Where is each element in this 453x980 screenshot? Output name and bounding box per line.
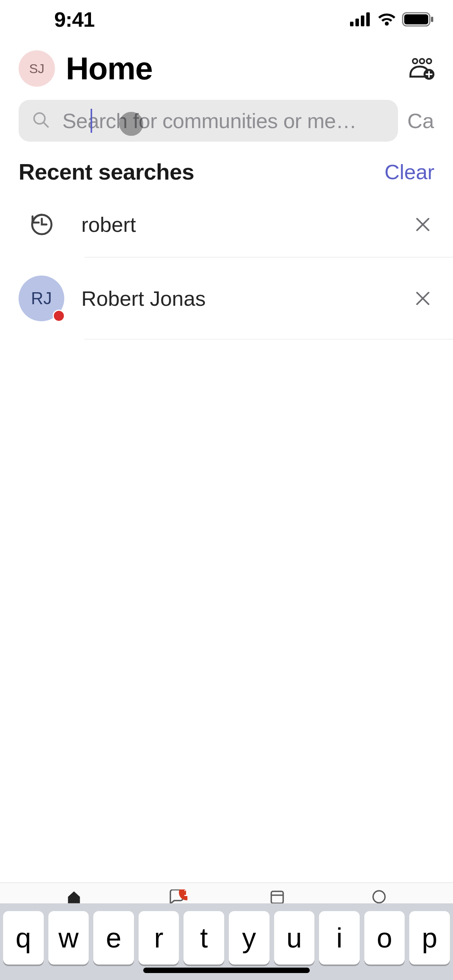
search-row: Search for communities or me… Cancel bbox=[0, 94, 453, 149]
text-caret bbox=[91, 109, 92, 133]
close-icon bbox=[415, 291, 431, 306]
status-bar: 9:41 bbox=[0, 0, 453, 39]
cellular-signal-icon bbox=[350, 12, 372, 26]
person-avatar: RJ bbox=[19, 276, 64, 321]
svg-rect-6 bbox=[431, 17, 433, 22]
recent-search-person[interactable]: RJ Robert Jonas bbox=[19, 257, 453, 339]
remove-recent-button[interactable] bbox=[411, 213, 434, 236]
calendar-icon bbox=[266, 889, 289, 905]
svg-line-12 bbox=[44, 123, 48, 127]
close-icon bbox=[415, 217, 431, 232]
svg-point-20 bbox=[373, 891, 385, 903]
tab-home[interactable] bbox=[62, 889, 86, 905]
search-icon bbox=[33, 111, 50, 130]
home-indicator[interactable] bbox=[143, 968, 310, 973]
presence-busy-icon bbox=[53, 310, 65, 322]
status-icons bbox=[350, 12, 434, 27]
svg-rect-1 bbox=[355, 19, 359, 26]
page-title: Home bbox=[66, 50, 398, 87]
person-avatar-initials: RJ bbox=[31, 289, 52, 308]
key-p[interactable]: p bbox=[409, 911, 450, 965]
svg-point-8 bbox=[420, 59, 424, 63]
key-u[interactable]: u bbox=[274, 911, 315, 965]
recent-searches-title: Recent searches bbox=[19, 159, 194, 185]
search-placeholder: Search for communities or me… bbox=[62, 109, 357, 133]
recent-searches-list: robert RJ Robert Jonas bbox=[0, 192, 453, 339]
key-w[interactable]: w bbox=[48, 911, 89, 965]
cancel-button[interactable]: Cancel bbox=[407, 109, 434, 133]
recent-searches-header: Recent searches Clear bbox=[0, 149, 453, 192]
tab-more[interactable] bbox=[367, 889, 391, 905]
search-input[interactable]: Search for communities or me… bbox=[19, 100, 398, 142]
svg-point-9 bbox=[427, 59, 431, 63]
svg-rect-5 bbox=[404, 14, 428, 24]
recent-person-label: Robert Jonas bbox=[81, 286, 394, 310]
profile-avatar[interactable]: SJ bbox=[19, 50, 55, 87]
tab-calendar[interactable] bbox=[266, 889, 289, 905]
people-plus-icon bbox=[409, 57, 434, 81]
key-r[interactable]: r bbox=[139, 911, 179, 965]
svg-rect-18 bbox=[271, 891, 283, 903]
svg-rect-0 bbox=[350, 22, 353, 26]
tab-bar: 1 bbox=[0, 882, 453, 905]
key-y[interactable]: y bbox=[229, 911, 269, 965]
battery-icon bbox=[402, 12, 434, 27]
svg-rect-2 bbox=[361, 15, 364, 26]
keyboard-row-1: q w e r t y u i o p bbox=[3, 911, 450, 965]
home-icon bbox=[62, 889, 86, 905]
recent-search-item[interactable]: robert bbox=[19, 192, 453, 257]
key-t[interactable]: t bbox=[184, 911, 224, 965]
key-e[interactable]: e bbox=[93, 911, 134, 965]
svg-point-7 bbox=[413, 59, 417, 63]
remove-recent-button[interactable] bbox=[411, 287, 434, 310]
svg-rect-3 bbox=[366, 12, 370, 26]
key-i[interactable]: i bbox=[319, 911, 360, 965]
divider bbox=[84, 339, 453, 339]
new-community-button[interactable] bbox=[409, 56, 434, 81]
history-icon bbox=[19, 212, 64, 236]
clear-button[interactable]: Clear bbox=[384, 160, 434, 184]
tab-chat[interactable]: 1 bbox=[164, 889, 187, 905]
recent-item-label: robert bbox=[81, 212, 394, 236]
more-icon bbox=[367, 889, 391, 905]
key-q[interactable]: q bbox=[3, 911, 44, 965]
key-o[interactable]: o bbox=[364, 911, 405, 965]
wifi-icon bbox=[377, 12, 396, 26]
header: SJ Home bbox=[0, 39, 453, 94]
status-time: 9:41 bbox=[54, 7, 94, 31]
